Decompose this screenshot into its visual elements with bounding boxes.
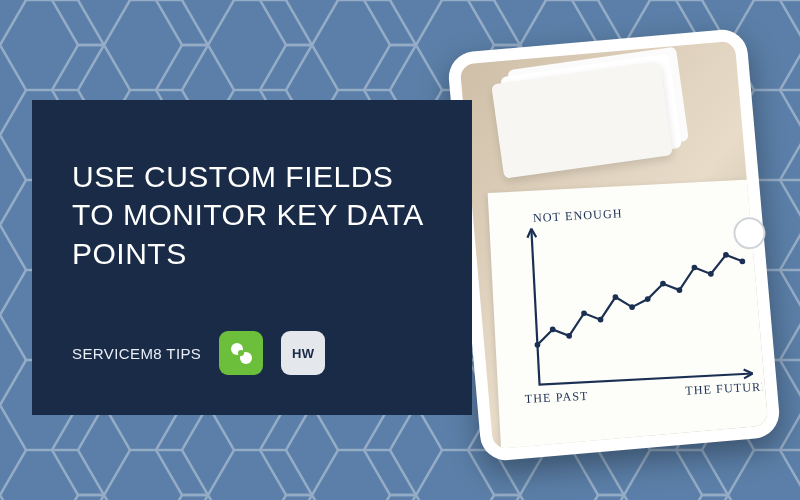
- index-cards-stack: [491, 61, 673, 179]
- subtitle: SERVICEM8 TIPS: [72, 345, 201, 362]
- headline: USE CUSTOM FIELDS TO MONITOR KEY DATA PO…: [72, 158, 432, 273]
- hw-logo-icon: HW: [281, 331, 325, 375]
- chart-xlabel-right: THE FUTURE: [685, 379, 764, 397]
- servicem8-logo-icon: [219, 331, 263, 375]
- promo-card: NOT ENOUGH THE PAST THE FUTURE USE CUSTO…: [0, 0, 800, 500]
- meta-row: SERVICEM8 TIPS HW: [72, 331, 432, 375]
- tablet-screen: NOT ENOUGH THE PAST THE FUTURE: [460, 41, 769, 450]
- tablet-mockup: NOT ENOUGH THE PAST THE FUTURE: [447, 28, 782, 463]
- hand-drawn-line-chart: NOT ENOUGH THE PAST THE FUTURE: [511, 197, 764, 429]
- chart-xlabel-left: THE PAST: [524, 389, 588, 406]
- chart-point: [739, 258, 745, 264]
- svg-rect-6: [238, 350, 244, 356]
- chart-series: [533, 254, 746, 345]
- graph-paper: NOT ENOUGH THE PAST THE FUTURE: [488, 179, 769, 450]
- content-panel: USE CUSTOM FIELDS TO MONITOR KEY DATA PO…: [32, 100, 472, 415]
- chart-ylabel: NOT ENOUGH: [533, 206, 623, 225]
